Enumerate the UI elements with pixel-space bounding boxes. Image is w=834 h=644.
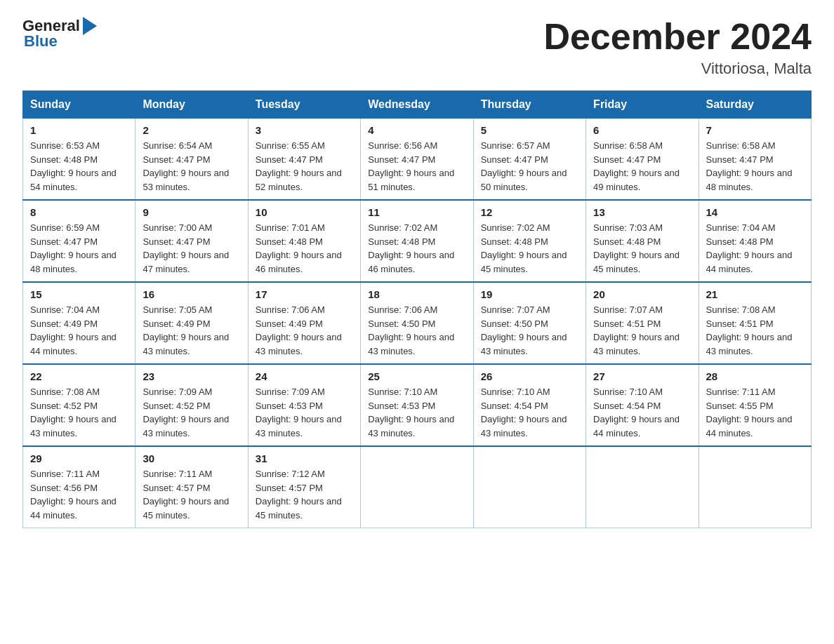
day-number: 4 bbox=[368, 124, 465, 136]
table-row: 8Sunrise: 6:59 AMSunset: 4:47 PMDaylight… bbox=[23, 200, 135, 282]
calendar-header-row: Sunday Monday Tuesday Wednesday Thursday… bbox=[23, 91, 812, 119]
calendar-title: December 2024 bbox=[543, 17, 812, 57]
logo-blue-text: Blue bbox=[22, 32, 58, 51]
logo-arrow-icon bbox=[83, 17, 97, 35]
header-monday: Monday bbox=[135, 91, 248, 119]
day-number: 22 bbox=[30, 370, 128, 382]
day-info: Sunrise: 7:00 AMSunset: 4:47 PMDaylight:… bbox=[143, 221, 240, 276]
day-info: Sunrise: 7:09 AMSunset: 4:53 PMDaylight:… bbox=[256, 385, 353, 440]
day-info: Sunrise: 7:05 AMSunset: 4:49 PMDaylight:… bbox=[143, 303, 240, 358]
day-info: Sunrise: 7:06 AMSunset: 4:49 PMDaylight:… bbox=[256, 303, 353, 358]
day-info: Sunrise: 6:59 AMSunset: 4:47 PMDaylight:… bbox=[30, 221, 128, 276]
table-row: 11Sunrise: 7:02 AMSunset: 4:48 PMDayligh… bbox=[361, 200, 473, 282]
table-row: 5Sunrise: 6:57 AMSunset: 4:47 PMDaylight… bbox=[473, 119, 585, 201]
table-row: 3Sunrise: 6:55 AMSunset: 4:47 PMDaylight… bbox=[248, 119, 360, 201]
day-number: 10 bbox=[256, 206, 353, 218]
day-info: Sunrise: 7:02 AMSunset: 4:48 PMDaylight:… bbox=[368, 221, 465, 276]
table-row: 27Sunrise: 7:10 AMSunset: 4:54 PMDayligh… bbox=[586, 364, 699, 446]
day-number: 31 bbox=[256, 452, 353, 464]
day-number: 3 bbox=[256, 124, 353, 136]
title-block: December 2024 Vittoriosa, Malta bbox=[543, 17, 812, 78]
day-number: 16 bbox=[143, 288, 240, 300]
table-row bbox=[361, 446, 473, 528]
table-row: 4Sunrise: 6:56 AMSunset: 4:47 PMDaylight… bbox=[361, 119, 473, 201]
table-row bbox=[586, 446, 699, 528]
day-info: Sunrise: 7:11 AMSunset: 4:56 PMDaylight:… bbox=[30, 467, 128, 522]
table-row: 1Sunrise: 6:53 AMSunset: 4:48 PMDaylight… bbox=[23, 119, 135, 201]
table-row: 9Sunrise: 7:00 AMSunset: 4:47 PMDaylight… bbox=[135, 200, 248, 282]
table-row: 13Sunrise: 7:03 AMSunset: 4:48 PMDayligh… bbox=[586, 200, 699, 282]
day-number: 30 bbox=[143, 452, 240, 464]
day-number: 2 bbox=[143, 124, 240, 136]
table-row: 17Sunrise: 7:06 AMSunset: 4:49 PMDayligh… bbox=[248, 282, 360, 364]
day-info: Sunrise: 7:10 AMSunset: 4:54 PMDaylight:… bbox=[593, 385, 691, 440]
table-row: 7Sunrise: 6:58 AMSunset: 4:47 PMDaylight… bbox=[699, 119, 811, 201]
calendar-table: Sunday Monday Tuesday Wednesday Thursday… bbox=[22, 90, 812, 528]
calendar-week-row: 1Sunrise: 6:53 AMSunset: 4:48 PMDaylight… bbox=[23, 119, 812, 201]
day-number: 9 bbox=[143, 206, 240, 218]
day-number: 19 bbox=[481, 288, 578, 300]
table-row: 23Sunrise: 7:09 AMSunset: 4:52 PMDayligh… bbox=[135, 364, 248, 446]
table-row: 21Sunrise: 7:08 AMSunset: 4:51 PMDayligh… bbox=[699, 282, 811, 364]
day-number: 12 bbox=[481, 206, 578, 218]
day-info: Sunrise: 6:55 AMSunset: 4:47 PMDaylight:… bbox=[256, 139, 353, 194]
day-info: Sunrise: 6:56 AMSunset: 4:47 PMDaylight:… bbox=[368, 139, 465, 194]
table-row: 26Sunrise: 7:10 AMSunset: 4:54 PMDayligh… bbox=[473, 364, 585, 446]
table-row: 22Sunrise: 7:08 AMSunset: 4:52 PMDayligh… bbox=[23, 364, 135, 446]
day-info: Sunrise: 7:07 AMSunset: 4:50 PMDaylight:… bbox=[481, 303, 578, 358]
day-number: 29 bbox=[30, 452, 128, 464]
table-row: 31Sunrise: 7:12 AMSunset: 4:57 PMDayligh… bbox=[248, 446, 360, 528]
header-saturday: Saturday bbox=[699, 91, 811, 119]
table-row: 16Sunrise: 7:05 AMSunset: 4:49 PMDayligh… bbox=[135, 282, 248, 364]
day-info: Sunrise: 7:09 AMSunset: 4:52 PMDaylight:… bbox=[143, 385, 240, 440]
day-info: Sunrise: 7:08 AMSunset: 4:51 PMDaylight:… bbox=[706, 303, 804, 358]
day-number: 17 bbox=[256, 288, 353, 300]
header-wednesday: Wednesday bbox=[361, 91, 473, 119]
day-number: 11 bbox=[368, 206, 465, 218]
table-row: 6Sunrise: 6:58 AMSunset: 4:47 PMDaylight… bbox=[586, 119, 699, 201]
day-info: Sunrise: 6:54 AMSunset: 4:47 PMDaylight:… bbox=[143, 139, 240, 194]
day-info: Sunrise: 6:53 AMSunset: 4:48 PMDaylight:… bbox=[30, 139, 128, 194]
day-info: Sunrise: 6:57 AMSunset: 4:47 PMDaylight:… bbox=[481, 139, 578, 194]
table-row: 29Sunrise: 7:11 AMSunset: 4:56 PMDayligh… bbox=[23, 446, 135, 528]
day-info: Sunrise: 7:06 AMSunset: 4:50 PMDaylight:… bbox=[368, 303, 465, 358]
table-row: 25Sunrise: 7:10 AMSunset: 4:53 PMDayligh… bbox=[361, 364, 473, 446]
day-number: 6 bbox=[593, 124, 691, 136]
day-info: Sunrise: 7:11 AMSunset: 4:57 PMDaylight:… bbox=[143, 467, 240, 522]
table-row: 12Sunrise: 7:02 AMSunset: 4:48 PMDayligh… bbox=[473, 200, 585, 282]
table-row: 2Sunrise: 6:54 AMSunset: 4:47 PMDaylight… bbox=[135, 119, 248, 201]
day-number: 28 bbox=[706, 370, 804, 382]
header-thursday: Thursday bbox=[473, 91, 585, 119]
day-info: Sunrise: 7:04 AMSunset: 4:49 PMDaylight:… bbox=[30, 303, 128, 358]
day-number: 7 bbox=[706, 124, 804, 136]
table-row: 18Sunrise: 7:06 AMSunset: 4:50 PMDayligh… bbox=[361, 282, 473, 364]
table-row: 20Sunrise: 7:07 AMSunset: 4:51 PMDayligh… bbox=[586, 282, 699, 364]
day-info: Sunrise: 7:07 AMSunset: 4:51 PMDaylight:… bbox=[593, 303, 691, 358]
day-number: 23 bbox=[143, 370, 240, 382]
calendar-week-row: 29Sunrise: 7:11 AMSunset: 4:56 PMDayligh… bbox=[23, 446, 812, 528]
day-number: 27 bbox=[593, 370, 691, 382]
header-tuesday: Tuesday bbox=[248, 91, 360, 119]
day-info: Sunrise: 7:10 AMSunset: 4:54 PMDaylight:… bbox=[481, 385, 578, 440]
table-row: 28Sunrise: 7:11 AMSunset: 4:55 PMDayligh… bbox=[699, 364, 811, 446]
day-number: 26 bbox=[481, 370, 578, 382]
day-number: 14 bbox=[706, 206, 804, 218]
table-row: 30Sunrise: 7:11 AMSunset: 4:57 PMDayligh… bbox=[135, 446, 248, 528]
calendar-subtitle: Vittoriosa, Malta bbox=[543, 60, 812, 78]
header-sunday: Sunday bbox=[23, 91, 135, 119]
day-info: Sunrise: 6:58 AMSunset: 4:47 PMDaylight:… bbox=[706, 139, 804, 194]
day-info: Sunrise: 7:10 AMSunset: 4:53 PMDaylight:… bbox=[368, 385, 465, 440]
calendar-week-row: 15Sunrise: 7:04 AMSunset: 4:49 PMDayligh… bbox=[23, 282, 812, 364]
day-info: Sunrise: 7:04 AMSunset: 4:48 PMDaylight:… bbox=[706, 221, 804, 276]
table-row: 24Sunrise: 7:09 AMSunset: 4:53 PMDayligh… bbox=[248, 364, 360, 446]
table-row bbox=[699, 446, 811, 528]
day-number: 18 bbox=[368, 288, 465, 300]
day-number: 20 bbox=[593, 288, 691, 300]
day-info: Sunrise: 6:58 AMSunset: 4:47 PMDaylight:… bbox=[593, 139, 691, 194]
day-number: 5 bbox=[481, 124, 578, 136]
header-friday: Friday bbox=[586, 91, 699, 119]
day-info: Sunrise: 7:12 AMSunset: 4:57 PMDaylight:… bbox=[256, 467, 353, 522]
day-number: 24 bbox=[256, 370, 353, 382]
day-info: Sunrise: 7:03 AMSunset: 4:48 PMDaylight:… bbox=[593, 221, 691, 276]
page-header: General Blue December 2024 Vittoriosa, M… bbox=[22, 17, 812, 78]
